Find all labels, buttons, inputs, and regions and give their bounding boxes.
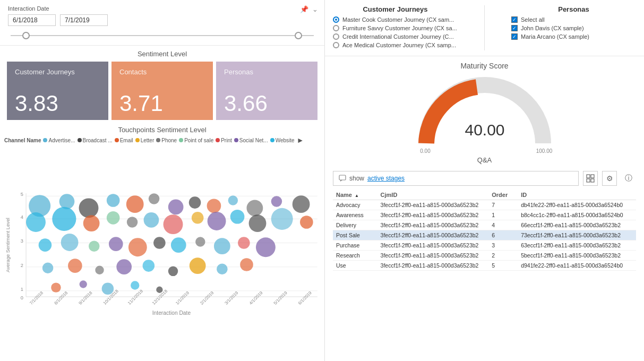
date-start-input[interactable]	[8, 14, 56, 26]
svg-text:1/1/2019: 1/1/2019	[175, 290, 190, 306]
svg-point-26	[293, 195, 310, 213]
table-header-cjmid[interactable]: CjmID	[377, 190, 489, 200]
svg-point-47	[195, 237, 205, 246]
journey-item-1[interactable]: Furniture Savvy Customer Journey (CX sa.…	[333, 25, 458, 31]
right-panel: Customer Journeys Master Cook Customer J…	[325, 0, 644, 361]
svg-point-27	[26, 212, 46, 232]
cell-cjmid: 3feccf1f-2ff0-ea11-a815-000d3a6523b2	[377, 251, 489, 261]
svg-point-63	[131, 281, 139, 289]
cell-id: 66eccf1f-2ff0-ea11-a815-000d3a6523b2	[518, 220, 636, 230]
cell-order: 2	[488, 251, 518, 261]
score-card-personas: Personas 3.66	[216, 62, 317, 120]
legend-label-email: Email	[120, 137, 133, 143]
table-header-name[interactable]: Name ▲	[333, 190, 377, 200]
legend-label-phone: Phone	[161, 137, 177, 143]
qa-input-link[interactable]: active stages	[367, 175, 405, 182]
table-header-order[interactable]: Order	[488, 190, 518, 200]
legend-dot-letter	[135, 138, 140, 142]
cell-id: db41fe22-2ff0-ea11-a815-000d3a6524b0	[518, 200, 636, 210]
svg-text:4/1/2019: 4/1/2019	[248, 290, 264, 306]
cell-name: Awareness	[333, 210, 377, 220]
svg-point-46	[171, 237, 186, 253]
svg-point-45	[153, 237, 166, 249]
svg-point-53	[95, 266, 104, 274]
svg-point-33	[164, 214, 183, 234]
customer-journeys-title: Customer Journeys	[333, 5, 458, 13]
persona-item-1[interactable]: ✓ John Davis (CX sample)	[511, 25, 636, 31]
table-row[interactable]: Post Sale 3feccf1f-2ff0-ea11-a815-000d3a…	[333, 230, 636, 240]
svg-point-54	[116, 259, 132, 274]
table-row[interactable]: Awareness 3feccf1f-2ff0-ea11-a815-000d3a…	[333, 210, 636, 220]
svg-point-37	[249, 214, 267, 232]
qa-gear-button[interactable]: ⚙	[602, 171, 617, 186]
cell-id: 63eccf1f-2ff0-ea11-a815-000d3a6523b2	[518, 240, 636, 251]
bubble-chart-svg: 5 4 3 2 1 0 Average Sentiment Level	[4, 147, 320, 360]
table-row[interactable]: Use 3feccf1f-2ff0-ea11-a815-000d3a6523b2…	[333, 261, 636, 271]
qa-grid-button[interactable]	[583, 171, 598, 186]
legend-item-email: Email	[115, 137, 133, 143]
score-card-contacts-title: Contacts	[119, 68, 208, 76]
date-label: Interaction Date	[8, 5, 316, 12]
legend-item-phone: Phone	[156, 137, 177, 143]
svg-text:4: 4	[21, 214, 23, 220]
journey-item-3[interactable]: Ace Medical Customer Journey (CX samp...	[333, 42, 458, 48]
slider-thumb-left[interactable]	[22, 32, 30, 39]
svg-point-61	[80, 280, 87, 288]
cell-cjmid: 3feccf1f-2ff0-ea11-a815-000d3a6523b2	[377, 230, 489, 240]
journey-label-2: Credit International Customer Journey (C…	[342, 33, 454, 40]
persona-label-1: John Davis (CX sample)	[521, 25, 584, 31]
cell-name: Delivery	[333, 220, 377, 230]
persona-item-0[interactable]: ✓ Select all	[511, 16, 636, 23]
legend-item-social: Social Net...	[234, 137, 268, 143]
journey-label-3: Ace Medical Customer Journey (CX samp...	[342, 42, 456, 48]
svg-text:Interaction Date: Interaction Date	[152, 310, 191, 316]
channel-legend: Channel Name Advertise... Broadcast ... …	[0, 135, 324, 145]
cell-name: Post Sale	[333, 230, 377, 240]
legend-arrow-icon[interactable]: ►	[297, 136, 304, 144]
svg-point-15	[59, 194, 75, 209]
stages-table: Name ▲ CjmID Order ID Advocacy 3feccf1f-…	[333, 190, 636, 271]
cell-order: 7	[488, 200, 518, 210]
cell-id: 73eccf1f-2ff0-ea11-a815-000d3a6523b2	[518, 230, 636, 240]
cell-name: Use	[333, 261, 377, 271]
bubble-chart-container: 5 4 3 2 1 0 Average Sentiment Level	[0, 145, 324, 361]
svg-point-40	[39, 238, 52, 252]
date-section: Interaction Date 📌 ⌄	[0, 0, 324, 46]
svg-text:0.00: 0.00	[420, 148, 431, 154]
journey-item-2[interactable]: Credit International Customer Journey (C…	[333, 33, 458, 40]
legend-item-letter: Letter	[135, 137, 154, 143]
svg-point-51	[42, 262, 54, 273]
cell-cjmid: 3feccf1f-2ff0-ea11-a815-000d3a6523b2	[377, 200, 489, 210]
date-end-input[interactable]	[60, 14, 108, 26]
pin-icon[interactable]: 📌	[300, 5, 308, 13]
svg-point-38	[271, 208, 293, 230]
sentiment-level-title: Sentiment Level	[0, 46, 324, 60]
table-row[interactable]: Delivery 3feccf1f-2ff0-ea11-a815-000d3a6…	[333, 220, 636, 230]
cell-name: Advocacy	[333, 200, 377, 210]
svg-rect-85	[591, 179, 594, 182]
legend-dot-print	[216, 138, 220, 142]
score-card-personas-value: 3.66	[224, 92, 312, 115]
legend-label-print: Print	[221, 137, 232, 143]
journey-item-0[interactable]: Master Cook Customer Journey (CX sam...	[333, 16, 458, 23]
date-slider[interactable]	[11, 30, 314, 41]
svg-text:3: 3	[21, 239, 23, 244]
qa-info-button[interactable]: ⓘ	[621, 171, 636, 186]
maturity-section: Maturity Score 40.00 0.00 100.00 Q&A	[325, 56, 644, 167]
svg-rect-84	[587, 179, 590, 182]
persona-item-2[interactable]: ✓ Maria Arcano (CX sample)	[511, 33, 636, 40]
table-row[interactable]: Advocacy 3feccf1f-2ff0-ea11-a815-000d3a6…	[333, 200, 636, 210]
qa-input-box[interactable]: show active stages	[333, 171, 579, 186]
score-card-journeys-title: Customer Journeys	[15, 68, 103, 76]
svg-point-30	[107, 211, 120, 225]
cell-cjmid: 3feccf1f-2ff0-ea11-a815-000d3a6523b2	[377, 220, 489, 230]
svg-point-60	[51, 282, 61, 292]
table-row[interactable]: Purchase 3feccf1f-2ff0-ea11-a815-000d3a6…	[333, 240, 636, 251]
table-header-id[interactable]: ID	[518, 190, 636, 200]
chevron-down-icon[interactable]: ⌄	[312, 5, 318, 13]
svg-point-50	[256, 237, 276, 257]
cell-id: b8c4cc1c-2ff0-ea11-a815-000d3a6524b0	[518, 210, 636, 220]
table-row[interactable]: Research 3feccf1f-2ff0-ea11-a815-000d3a6…	[333, 251, 636, 261]
score-cards-row: Customer Journeys 3.83 Contacts 3.71 Per…	[0, 60, 324, 122]
slider-thumb-right[interactable]	[295, 32, 302, 39]
